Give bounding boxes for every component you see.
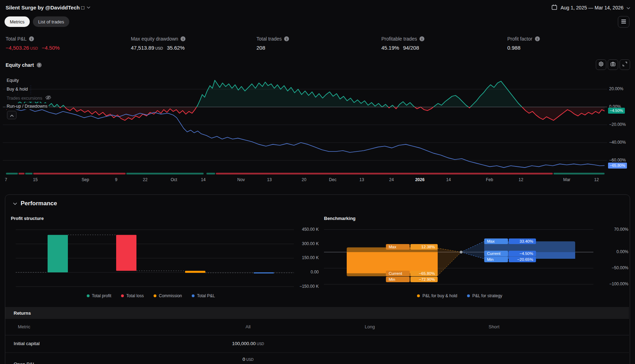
benchmarking-title: Benchmarking	[324, 216, 355, 221]
x-axis-label[interactable]: 13	[359, 177, 364, 182]
x-axis-label[interactable]: 22	[143, 177, 147, 182]
x-axis-label[interactable]: 14	[201, 177, 205, 182]
chevron-up-icon	[10, 112, 14, 118]
y-axis-label: −60.00%	[609, 158, 626, 163]
pill-strategy-current: Current−4.50%	[484, 251, 536, 256]
legend-collapse-button[interactable]	[7, 111, 16, 119]
col-long: Long	[365, 324, 375, 329]
x-axis-label[interactable]: Feb	[486, 177, 493, 182]
ribbon-segment-green	[206, 173, 215, 174]
metric-max-equity-drawdown: Max equity drawdowni47,513.89USD35.62%	[131, 36, 185, 51]
x-axis-label[interactable]: 7	[5, 177, 7, 182]
profit-y-label: −150.00 K	[299, 284, 319, 289]
pill-label: Max	[484, 238, 508, 244]
legend-dot	[87, 294, 90, 297]
help-icon[interactable]: ?	[37, 63, 42, 67]
legend-item-equity[interactable]: Equity	[6, 77, 20, 84]
legend-item-total-loss: Total loss	[121, 293, 144, 298]
date-range-text: Aug 1, 2025 — Mar 14, 2026	[560, 5, 623, 10]
equity-chart-plot[interactable]	[0, 70, 635, 175]
strategy-title[interactable]: Silent Surge by @DaviddTech □	[6, 5, 90, 10]
metric-value: 45.19%94/208	[381, 45, 424, 51]
bench-y-label: −100.00%	[609, 281, 628, 286]
screenshot-button[interactable]	[608, 59, 618, 70]
profit-bar-commission[interactable]	[185, 271, 205, 273]
legend-dot	[154, 294, 156, 297]
legend-item-total-profit: Total profit	[87, 293, 111, 298]
pill-buyhold-current: Current−65.80%	[386, 271, 438, 276]
metric-value: 47,513.89USD35.62%	[131, 45, 185, 51]
metric-profit-factor: Profit factori0.988	[507, 36, 540, 51]
bench-y-label: −50.00%	[612, 265, 628, 270]
ribbon-segment-green	[25, 173, 33, 174]
x-axis-label[interactable]: Sep	[82, 177, 89, 182]
x-axis-label[interactable]: Nov	[237, 177, 245, 182]
y-axis-label: 20.00%	[609, 86, 623, 91]
pill-value: −4.50%	[509, 251, 536, 256]
info-icon[interactable]: i	[419, 36, 424, 41]
chevron-down-icon[interactable]	[13, 200, 17, 207]
x-axis-label[interactable]: 2026	[415, 177, 425, 182]
x-axis-label[interactable]: 12	[518, 177, 523, 182]
x-axis-label[interactable]: 12	[594, 177, 599, 182]
legend-item-buy-hold[interactable]: Buy & hold	[6, 86, 29, 92]
info-icon[interactable]: i	[181, 36, 185, 41]
legend-item-total-p-l: Total P&L	[192, 293, 215, 298]
metric-total-p-l: Total P&Li−4,503.26USD−4.50%	[6, 36, 60, 51]
x-axis-label[interactable]: 13	[267, 177, 271, 182]
x-axis-label[interactable]: 14	[446, 177, 451, 182]
equity-chart-toolbar	[596, 59, 630, 70]
chevron-down-icon	[627, 5, 630, 10]
x-axis-label[interactable]: 24	[389, 177, 394, 182]
chevron-down-icon[interactable]	[87, 6, 90, 9]
layout-rows-button[interactable]	[618, 16, 629, 28]
legend-item-p-l-for-strategy: P&L for strategy	[467, 293, 502, 298]
info-icon[interactable]: i	[535, 36, 540, 41]
pill-value: −65.80%	[410, 271, 438, 276]
tab-list-of-trades[interactable]: List of trades	[33, 16, 69, 27]
metric-label: Max equity drawdowni	[131, 36, 185, 42]
profit-y-label: 450.00 K	[302, 227, 319, 232]
x-axis-label[interactable]: Mar	[563, 177, 571, 182]
date-range-picker[interactable]: Aug 1, 2025 — Mar 14, 2026	[551, 4, 630, 11]
x-axis-label[interactable]: 9	[115, 177, 118, 182]
chart-settings-button[interactable]	[596, 59, 606, 70]
x-axis-label[interactable]: 20	[302, 177, 306, 182]
pill-label: Current	[484, 251, 508, 256]
pill-value: −20.65%	[509, 257, 536, 262]
x-axis-label[interactable]: 15	[33, 177, 37, 182]
legend-item-run-up-drawdowns[interactable]: Run-up / Drawdowns	[6, 103, 49, 109]
info-icon[interactable]: i	[284, 36, 289, 41]
legend-item-trades-excursions[interactable]: Trades excursions	[6, 94, 52, 102]
price-badge-equity: −4.50%	[608, 108, 625, 114]
eye-slash-icon[interactable]	[45, 95, 51, 101]
legend-dot	[417, 294, 420, 297]
view-tabs: Metrics List of trades	[5, 16, 69, 27]
profit-bar-total-profit[interactable]	[48, 235, 68, 272]
table-row-open-pnl: Open P&L 0USD	[5, 352, 629, 364]
bench-y-label: 0.00%	[616, 249, 628, 254]
rows-icon	[621, 19, 626, 25]
info-icon[interactable]: i	[29, 36, 34, 41]
x-axis-label[interactable]: Dec	[329, 177, 336, 182]
fullscreen-button[interactable]	[620, 59, 630, 70]
ribbon-segment-red	[216, 173, 553, 174]
tab-metrics[interactable]: Metrics	[5, 16, 30, 27]
metric-label: Profit factori	[507, 36, 540, 42]
returns-table-header: Metric All Long Short	[5, 319, 629, 335]
profit-y-label: 300.00 K	[302, 241, 319, 246]
equity-chart-title: Equity chart ?	[6, 62, 42, 68]
fullscreen-icon	[622, 61, 628, 68]
profit-bar-total-p-l[interactable]	[254, 272, 274, 273]
performance-header[interactable]: Performance	[13, 200, 57, 207]
x-axis-label[interactable]: Oct	[171, 177, 177, 182]
camera-icon	[610, 61, 616, 68]
col-all: All	[246, 324, 251, 329]
profit-structure-legend: Total profitTotal lossCommissionTotal P&…	[11, 293, 291, 298]
col-metric: Metric	[18, 324, 30, 329]
pill-buyhold-max: Max12.38%	[386, 244, 438, 250]
legend-dot	[192, 294, 195, 297]
legend-item-p-l-for-buy-hold: P&L for buy & hold	[417, 293, 457, 298]
pill-strategy-min: Min−20.65%	[484, 257, 536, 262]
profit-bar-total-loss[interactable]	[116, 235, 136, 271]
